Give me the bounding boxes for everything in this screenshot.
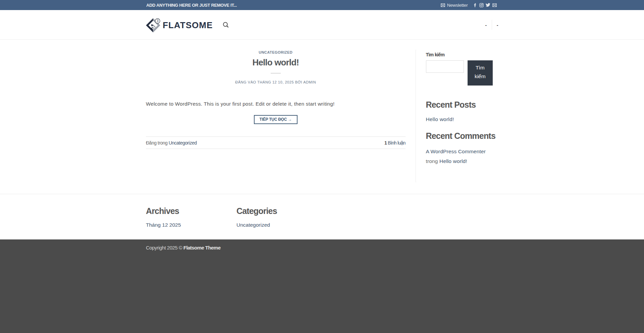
svg-text:3: 3 xyxy=(157,19,159,23)
